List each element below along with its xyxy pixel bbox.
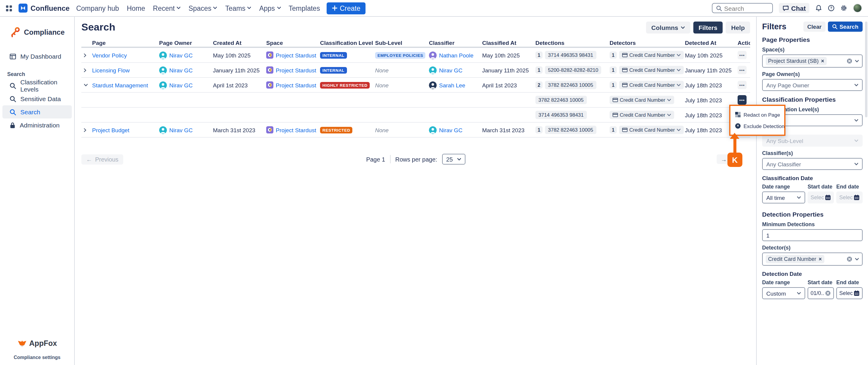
confluence-brand[interactable]: Confluence — [19, 4, 70, 12]
chevron-down-icon — [855, 257, 859, 261]
sidebar-item-search[interactable]: Search — [2, 105, 72, 119]
page-owners-select[interactable]: Any Page Owner — [762, 79, 863, 91]
clear-icon[interactable] — [825, 290, 831, 296]
settings-gear-icon[interactable] — [840, 5, 847, 11]
create-button[interactable]: Create — [327, 2, 366, 14]
notifications-icon[interactable] — [815, 5, 822, 11]
nav-item-templates[interactable]: Templates — [289, 4, 320, 12]
classifier-link[interactable]: Sarah Lee — [439, 82, 465, 88]
detector-pill[interactable]: Credit Card Number — [619, 81, 684, 89]
columns-button[interactable]: Columns — [646, 22, 690, 33]
row-actions-button[interactable]: ••• — [738, 95, 747, 105]
sidebar-section-label: Search — [7, 71, 74, 77]
page-link[interactable]: Stardust Management — [92, 82, 148, 88]
remove-tag-icon[interactable]: × — [819, 256, 822, 262]
detector-pill[interactable]: Credit Card Number — [619, 51, 684, 59]
page-owner-link[interactable]: Nirav GC — [169, 52, 193, 58]
detector-pill[interactable]: Credit Card Number — [610, 111, 674, 119]
menu-item-exclude-detection[interactable]: ×Exclude Detection — [731, 120, 784, 132]
sub-level-badge: EMPLOYEE POLICIES — [375, 52, 426, 58]
nav-item-recent[interactable]: Recent — [153, 4, 181, 12]
clear-icon[interactable] — [846, 58, 852, 64]
user-avatar[interactable] — [853, 4, 862, 12]
nav-menu: Company hubHomeRecentSpacesTeamsAppsTemp… — [76, 4, 320, 12]
scrollbar-thumb[interactable] — [865, 22, 867, 117]
classifier-link[interactable]: Nathan Poole — [439, 52, 473, 58]
page-link[interactable]: Licensing Flow — [92, 67, 130, 73]
detector-pill[interactable]: Credit Card Number — [619, 66, 684, 74]
nav-item-home[interactable]: Home — [127, 4, 145, 12]
help-icon[interactable]: ? — [828, 5, 835, 11]
remove-tag-icon[interactable]: × — [821, 58, 824, 64]
nav-item-teams[interactable]: Teams — [225, 4, 252, 12]
row-actions-button[interactable]: ••• — [738, 51, 747, 59]
row-actions-button[interactable]: ••• — [738, 81, 747, 89]
detectors-count: 1 — [610, 52, 617, 59]
classifier-link[interactable]: Nirav GC — [439, 67, 462, 73]
space-icon — [266, 81, 273, 89]
global-search-input[interactable] — [724, 4, 766, 12]
app-switcher-icon[interactable] — [6, 5, 12, 11]
page-link[interactable]: Project Budget — [92, 126, 129, 133]
row-expander-chevron-down-icon[interactable] — [84, 84, 88, 87]
detector-pill[interactable]: Credit Card Number — [610, 96, 674, 104]
exclude-icon: × — [735, 123, 741, 129]
page-owner-link[interactable]: Nirav GC — [169, 126, 193, 133]
clear-icon[interactable] — [846, 256, 852, 262]
space-link[interactable]: Project Stardust — [276, 67, 316, 73]
detection-date-range-select[interactable]: Custom — [762, 287, 805, 299]
previous-page-button[interactable]: ← Previous — [81, 154, 123, 164]
sidebar-item-administration[interactable]: Administration — [2, 119, 72, 132]
classifiers-select[interactable]: Any Classifier — [762, 158, 863, 170]
row-expander-chevron-right-icon[interactable] — [84, 68, 87, 72]
clear-filters-button[interactable]: Clear — [803, 21, 826, 31]
spaces-label: Space(s) — [762, 47, 863, 53]
nav-item-company-hub[interactable]: Company hub — [76, 4, 119, 12]
sub-level-none: None — [375, 126, 389, 133]
nav-item-spaces[interactable]: Spaces — [188, 4, 217, 12]
credit-card-icon — [622, 127, 627, 132]
detector-pill[interactable]: Credit Card Number — [619, 126, 684, 134]
confluence-logo-icon — [19, 4, 28, 12]
rows-per-page-select[interactable]: 25 — [442, 154, 465, 164]
global-search-box[interactable] — [712, 3, 773, 13]
column-header: Detections — [535, 39, 610, 46]
minimum-detections-input[interactable]: 1 — [762, 229, 863, 241]
help-button[interactable]: Help — [725, 22, 750, 33]
sidebar-item-my-dashboard[interactable]: My Dashboard — [2, 50, 72, 63]
classifier-link[interactable]: Nirav GC — [439, 126, 462, 133]
detection-start-date-input[interactable]: 01/0... — [808, 287, 834, 299]
page-indicator: Page 1 — [366, 156, 385, 162]
chat-button[interactable]: Chat — [779, 3, 809, 13]
appfox-logo: AppFox — [0, 339, 74, 348]
space-link[interactable]: Project Stardust — [276, 126, 316, 133]
detection-value: 3714 496353 98431 — [545, 51, 596, 59]
fox-icon — [17, 340, 27, 347]
space-link[interactable]: Project Stardust — [276, 82, 316, 88]
row-actions-button[interactable]: ••• — [738, 66, 747, 74]
row-expander-chevron-right-icon[interactable] — [84, 53, 87, 57]
sidebar-item-classification-levels[interactable]: Classification Levels — [2, 79, 72, 92]
page-link[interactable]: Vendor Policy — [92, 52, 127, 58]
nav-item-apps[interactable]: Apps — [259, 4, 281, 12]
column-header: Sub-Level — [375, 39, 429, 46]
apply-search-button[interactable]: Search — [828, 21, 863, 31]
space-link[interactable]: Project Stardust — [276, 52, 316, 58]
filters-button[interactable]: Filters — [693, 22, 723, 33]
created-at: January 11th 2025 — [213, 67, 259, 73]
detections-count: 1 — [535, 66, 542, 73]
page-owner-link[interactable]: Nirav GC — [169, 67, 193, 73]
classifiers-label: Classifier(s) — [762, 150, 863, 156]
credit-card-icon — [622, 68, 627, 72]
spaces-combobox[interactable]: Project Stardust (SB) × — [762, 55, 863, 68]
detections-count: 1 — [535, 126, 542, 133]
sidebar-item-sensitive-data[interactable]: Sensitive Data — [2, 92, 72, 105]
sub-levels-select: Any Sub-Level — [762, 134, 863, 147]
row-expander-chevron-right-icon[interactable] — [84, 128, 87, 132]
detection-end-date-input[interactable]: Selec — [836, 287, 863, 299]
detection-value: 3714 496353 98431 — [535, 111, 587, 119]
detectors-combobox[interactable]: Credit Card Number × — [762, 252, 863, 266]
menu-item-redact-on-page[interactable]: Redact on Page — [731, 109, 784, 120]
classification-date-range-select[interactable]: All time — [762, 191, 805, 204]
page-owner-link[interactable]: Nirav GC — [169, 82, 193, 88]
